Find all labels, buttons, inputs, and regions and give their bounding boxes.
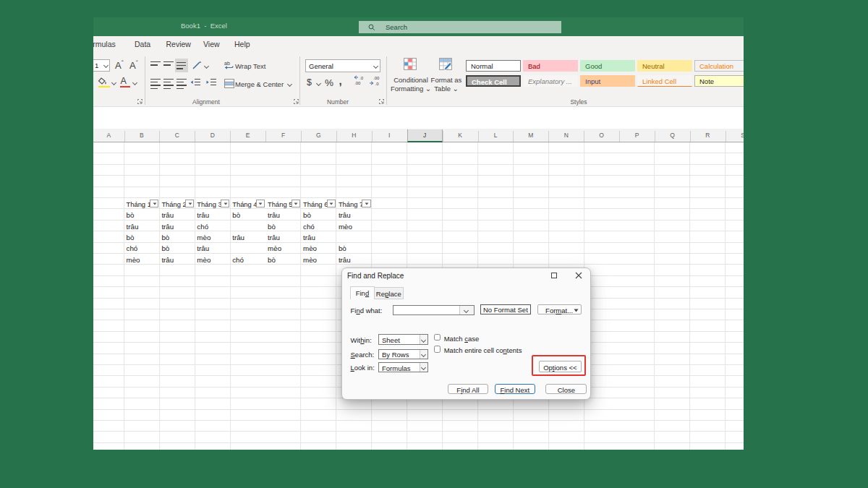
svg-text:.0: .0 bbox=[375, 82, 380, 86]
svg-text:.00: .00 bbox=[354, 81, 361, 85]
svg-text:.0: .0 bbox=[359, 76, 364, 80]
svg-text:.00: .00 bbox=[373, 76, 380, 80]
svg-text:ab: ab bbox=[224, 61, 230, 66]
